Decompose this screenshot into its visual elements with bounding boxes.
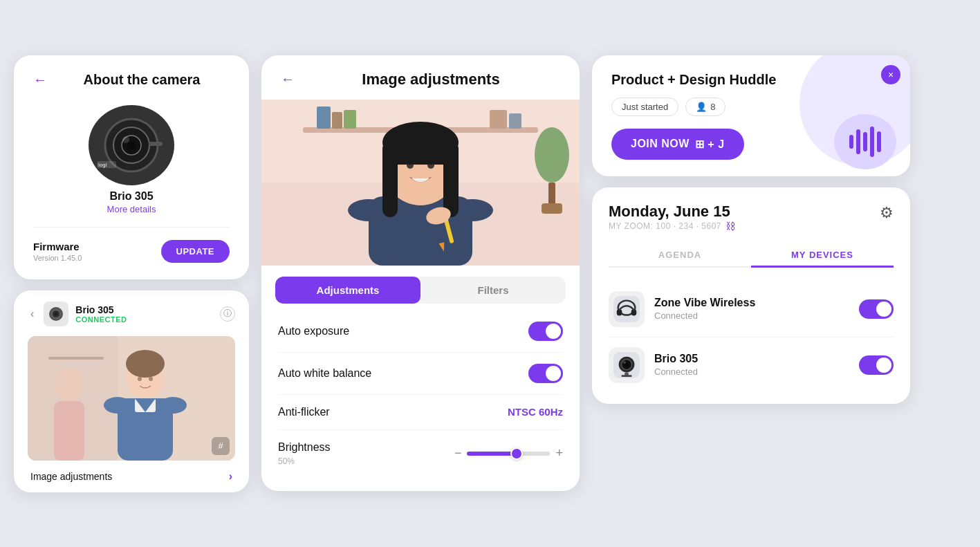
calendar-date: Monday, June 15 [609,203,736,221]
device-thumb [44,302,68,326]
brightness-slider[interactable] [467,452,550,456]
toggle-knob [546,324,561,339]
devices-list: Zone Vibe Wireless Connected [609,277,894,397]
auto-exposure-toggle[interactable] [528,322,563,341]
zoom-label: MY ZOOM: 100 · 234 · 5607 [609,221,721,231]
svg-rect-31 [344,110,356,129]
webcam-device-info: Brio 305 Connected [654,353,849,377]
headphone-device-status: Connected [654,310,849,321]
svg-point-34 [535,127,569,183]
people-count: 8 [710,102,715,112]
svg-rect-61 [621,375,631,377]
left-column: ← About the camera [14,55,249,492]
meeting-meta: Just started 👤 8 [611,98,891,116]
brightness-label-wrap: Brightness 50% [278,441,331,466]
svg-rect-30 [332,112,342,129]
info-icon[interactable]: ⓘ [220,306,235,322]
calendar-tabs: AGENDA MY DEVICES [609,244,894,268]
svg-point-4 [127,141,136,149]
wave-bar-4 [870,127,874,157]
wave-bar-2 [856,129,860,154]
image-adj-title: Image adjustments [302,71,560,89]
update-button[interactable]: UPDATE [161,240,230,263]
main-container: ← About the camera [14,55,966,492]
webcam-toggle[interactable] [859,355,894,375]
headphone-toggle[interactable] [859,299,894,319]
svg-point-11 [54,312,58,316]
tab-my-devices[interactable]: MY DEVICES [751,244,894,268]
svg-rect-36 [542,203,562,214]
webcam-icon-wrap [609,347,645,383]
svg-rect-25 [54,401,84,461]
status-badge-label: Just started [622,102,668,112]
brightness-row: Brightness 50% − + [278,430,563,477]
close-button[interactable]: × [881,65,900,84]
device-card: ‹ Brio 305 CONNECTED ⓘ [14,290,249,492]
tab-adjustments[interactable]: Adjustments [275,277,420,304]
join-shortcut: ⊞ + J [695,138,725,151]
device-info: Brio 305 CONNECTED [75,304,213,324]
svg-point-22 [138,377,142,381]
calendar-card: Monday, June 15 MY ZOOM: 100 · 234 · 560… [592,187,910,404]
gear-button[interactable]: ⚙ [880,204,894,222]
hash-button[interactable]: # [212,437,230,455]
back-button[interactable]: ← [33,72,47,88]
middle-column: ← Image adjustments [261,55,580,492]
image-adj-video-feed [261,100,580,266]
video-preview: # [28,336,235,461]
audio-wave-icon [834,114,896,169]
right-column: × Product + Design Huddle Just started 👤… [592,55,910,492]
tab-agenda[interactable]: AGENDA [609,244,751,266]
firmware-version: Version 1.45.0 [33,254,82,262]
svg-point-5 [122,136,129,143]
svg-point-23 [149,377,153,381]
webcam-icon [613,352,640,378]
device-item-webcam: Brio 305 Connected [609,337,894,393]
slider-thumb [510,447,523,460]
brightness-pct: 50% [278,456,331,466]
status-badge: Just started [611,98,678,116]
webcam-thumb-icon [48,306,64,322]
firmware-info: Firmware Version 1.45.0 [33,241,82,262]
auto-white-balance-row: Auto white balance [278,353,563,395]
anti-flicker-value[interactable]: NTSC 60Hz [508,406,563,418]
anti-flicker-row: Anti-flicker NTSC 60Hz [278,395,563,430]
firmware-label: Firmware [33,241,82,252]
more-details-link[interactable]: More details [107,204,156,214]
image-adjustments-row[interactable]: Image adjustments › [28,461,235,492]
brightness-minus-button[interactable]: − [454,446,462,461]
toggle-knob-4 [876,358,891,373]
calendar-zoom: MY ZOOM: 100 · 234 · 5607 ⛓ [609,221,736,232]
wave-bars [849,127,881,157]
calendar-date-wrap: Monday, June 15 MY ZOOM: 100 · 234 · 560… [609,203,736,241]
adjustments-list: Auto exposure Auto white balance Anti-fl… [261,304,580,491]
video-feed-svg [261,100,580,266]
join-now-button[interactable]: JOIN NOW ⊞ + J [611,129,744,160]
svg-point-21 [159,397,187,414]
people-badge: 👤 8 [685,98,725,116]
chevron-right-icon: › [229,470,232,483]
firmware-row: Firmware Version 1.45.0 UPDATE [33,227,230,263]
calendar-header: Monday, June 15 MY ZOOM: 100 · 234 · 560… [609,203,894,241]
img-adj-back-button[interactable]: ← [281,71,295,87]
people-icon: 👤 [696,102,707,112]
auto-white-balance-label: Auto white balance [278,367,371,380]
svg-point-24 [54,368,84,401]
camera-device-name: Brio 305 [109,190,153,203]
svg-text:logi: logi [98,163,107,168]
wave-bar-1 [849,135,853,149]
svg-rect-45 [383,149,458,165]
tab-filters[interactable]: Filters [420,277,566,304]
svg-rect-6 [149,142,163,146]
image-adj-header: ← Image adjustments [261,55,580,89]
svg-rect-33 [509,113,521,129]
wave-bar-3 [863,132,867,151]
zoom-link-icon: ⛓ [725,221,736,232]
auto-exposure-row: Auto exposure [278,310,563,353]
prev-button[interactable]: ‹ [28,308,37,320]
auto-white-balance-toggle[interactable] [528,364,563,383]
about-camera-card: ← About the camera [14,55,249,279]
brightness-plus-button[interactable]: + [555,446,563,461]
join-btn-label: JOIN NOW [631,138,690,150]
camera-image-container: logi Brio 305 More details [33,100,230,214]
